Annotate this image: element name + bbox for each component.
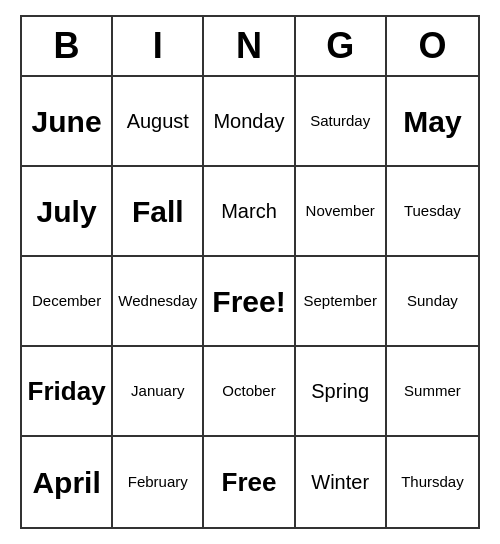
cell-text: November	[306, 203, 375, 220]
cell-r3-c4: Summer	[387, 347, 478, 437]
cell-text: Summer	[404, 383, 461, 400]
cell-text: Winter	[311, 471, 369, 493]
cell-text: June	[32, 105, 102, 138]
cell-text: February	[128, 474, 188, 491]
cell-text: Fall	[132, 195, 184, 228]
header-letter: O	[387, 17, 478, 75]
cell-r3-c0: Friday	[22, 347, 113, 437]
cell-r0-c1: August	[113, 77, 204, 167]
cell-r3-c2: October	[204, 347, 295, 437]
cell-text: August	[127, 110, 189, 132]
cell-r3-c1: January	[113, 347, 204, 437]
cell-text: Wednesday	[118, 293, 197, 310]
cell-text: July	[37, 195, 97, 228]
cell-text: March	[221, 200, 277, 222]
cell-r1-c4: Tuesday	[387, 167, 478, 257]
cell-text: October	[222, 383, 275, 400]
cell-text: April	[32, 466, 100, 499]
cell-r2-c3: September	[296, 257, 387, 347]
cell-r1-c0: July	[22, 167, 113, 257]
header-letter: I	[113, 17, 204, 75]
bingo-header: BINGO	[22, 17, 478, 77]
cell-text: Sunday	[407, 293, 458, 310]
header-letter: G	[296, 17, 387, 75]
cell-text: Thursday	[401, 474, 464, 491]
bingo-card: BINGO JuneAugustMondaySaturdayMayJulyFal…	[20, 15, 480, 529]
cell-text: Free	[222, 468, 277, 497]
cell-r1-c1: Fall	[113, 167, 204, 257]
cell-r0-c3: Saturday	[296, 77, 387, 167]
cell-r4-c0: April	[22, 437, 113, 527]
cell-text: Free!	[212, 285, 285, 318]
cell-text: Saturday	[310, 113, 370, 130]
bingo-grid: JuneAugustMondaySaturdayMayJulyFallMarch…	[22, 77, 478, 527]
header-letter: N	[204, 17, 295, 75]
cell-text: Tuesday	[404, 203, 461, 220]
cell-r3-c3: Spring	[296, 347, 387, 437]
cell-r4-c2: Free	[204, 437, 295, 527]
cell-r0-c0: June	[22, 77, 113, 167]
cell-r0-c2: Monday	[204, 77, 295, 167]
cell-r0-c4: May	[387, 77, 478, 167]
cell-text: January	[131, 383, 184, 400]
cell-r4-c1: February	[113, 437, 204, 527]
cell-text: Spring	[311, 380, 369, 402]
cell-r2-c0: December	[22, 257, 113, 347]
cell-text: Monday	[213, 110, 284, 132]
cell-r2-c2: Free!	[204, 257, 295, 347]
cell-text: September	[304, 293, 377, 310]
header-letter: B	[22, 17, 113, 75]
cell-text: December	[32, 293, 101, 310]
cell-r2-c1: Wednesday	[113, 257, 204, 347]
cell-text: May	[403, 105, 461, 138]
cell-text: Friday	[28, 377, 106, 406]
cell-r1-c2: March	[204, 167, 295, 257]
cell-r2-c4: Sunday	[387, 257, 478, 347]
cell-r1-c3: November	[296, 167, 387, 257]
cell-r4-c4: Thursday	[387, 437, 478, 527]
cell-r4-c3: Winter	[296, 437, 387, 527]
